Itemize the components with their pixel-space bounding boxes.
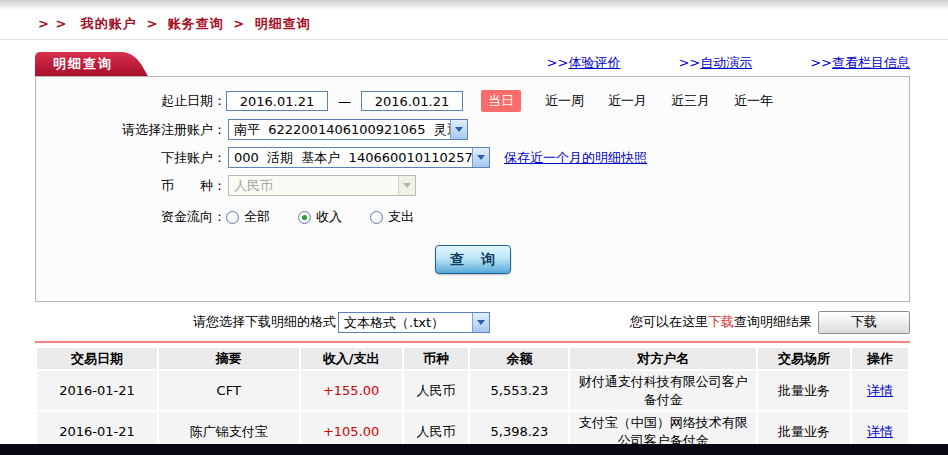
- currency-value: 人民币: [229, 176, 398, 195]
- chevron-down-icon: [398, 176, 415, 195]
- table-header-row: 交易日期 摘要 收入/支出 币种 余额 对方户名 交易场所 操作: [37, 348, 908, 369]
- download-format-group: 请您选择下载明细的格式 文本格式（.txt）: [193, 312, 490, 333]
- fund-flow-option-income-label: 收入: [316, 208, 342, 226]
- top-gradient-bar: [0, 0, 948, 10]
- radio-icon: [226, 211, 239, 224]
- currency-select-disabled: 人民币: [228, 175, 416, 196]
- query-button-row: 查 询: [36, 245, 909, 274]
- chevron-down-icon: [450, 120, 467, 139]
- link-experience-rating[interactable]: >>体验评价: [547, 54, 621, 72]
- currency-row: 币 种： 人民币: [36, 175, 909, 196]
- cell-trade-place: 批量业务: [758, 371, 850, 410]
- fund-flow-option-expense[interactable]: 支出: [370, 208, 414, 226]
- download-format-select[interactable]: 文本格式（.txt）: [338, 312, 490, 333]
- cell-trade-date: 2016-01-21: [37, 371, 157, 410]
- fund-flow-option-all[interactable]: 全部: [226, 208, 270, 226]
- main-content: 明细查询 >>体验评价 >>自动演示 >>查看栏目信息 起止日期： — 当日 近…: [35, 52, 910, 453]
- register-account-value: 南平 6222001406100921065 灵通卡: [229, 120, 450, 139]
- sub-account-value: 000 活期 基本户 1406600101102571848: [229, 148, 472, 167]
- top-links: >>体验评价 >>自动演示 >>查看栏目信息: [547, 54, 910, 76]
- tab-detail-query[interactable]: 明细查询: [35, 52, 123, 76]
- breadcrumb-item-detail-query[interactable]: 明细查询: [255, 16, 311, 31]
- header-summary: 摘要: [159, 348, 299, 369]
- breadcrumb-item-account-query[interactable]: 账务查询: [168, 16, 224, 31]
- save-snapshot-link[interactable]: 保存近一个月的明细快照: [504, 149, 647, 167]
- sub-account-select[interactable]: 000 活期 基本户 1406600101102571848: [228, 147, 490, 168]
- header-action: 操作: [852, 348, 908, 369]
- download-row: 请您选择下载明细的格式 文本格式（.txt） 您可以在这里下载查询明细结果 下载: [35, 310, 910, 334]
- download-format-value: 文本格式（.txt）: [339, 313, 472, 332]
- quick-range-week[interactable]: 近一周: [545, 92, 584, 110]
- cell-amount: +155.00: [301, 371, 402, 410]
- header-income-expense: 收入/支出: [301, 348, 402, 369]
- sub-account-label: 下挂账户：: [36, 149, 226, 167]
- fund-flow-option-all-label: 全部: [244, 208, 270, 226]
- download-hint-group: 您可以在这里下载查询明细结果 下载: [630, 311, 910, 334]
- date-to-input[interactable]: [361, 91, 463, 111]
- link-auto-demo[interactable]: >>自动演示: [678, 54, 752, 72]
- register-account-label: 请选择注册账户：: [36, 121, 226, 139]
- date-range-row: 起止日期： — 当日 近一周 近一月 近三月 近一年: [36, 90, 909, 112]
- download-format-label: 请您选择下载明细的格式: [193, 313, 336, 331]
- bottom-dark-bar: [0, 444, 948, 455]
- cell-balance: 5,553.23: [470, 371, 568, 410]
- breadcrumb: > > 我的账户 > 账务查询 > 明细查询: [0, 10, 948, 40]
- fund-flow-label: 资金流向：: [36, 208, 226, 226]
- header-trade-date: 交易日期: [37, 348, 157, 369]
- header-balance: 余额: [470, 348, 568, 369]
- chevron-down-icon: [472, 148, 489, 167]
- header-trade-place: 交易场所: [758, 348, 850, 369]
- breadcrumb-separator: >: [229, 16, 249, 31]
- radio-checked-icon: [298, 211, 311, 224]
- sub-account-row: 下挂账户： 000 活期 基本户 1406600101102571848 保存近…: [36, 147, 909, 168]
- quick-range-today-button[interactable]: 当日: [481, 90, 521, 112]
- table-row: 2016-01-21 CFT +155.00 人民币 5,553.23 财付通支…: [37, 371, 908, 410]
- date-from-input[interactable]: [226, 91, 328, 111]
- register-account-row: 请选择注册账户： 南平 6222001406100921065 灵通卡: [36, 119, 909, 140]
- chevron-down-icon: [472, 313, 489, 332]
- header-counterparty: 对方户名: [570, 348, 756, 369]
- query-form: 起止日期： — 当日 近一周 近一月 近三月 近一年 请选择注册账户： 南平 6…: [35, 76, 910, 302]
- tab-row: 明细查询 >>体验评价 >>自动演示 >>查看栏目信息: [35, 52, 910, 76]
- query-button[interactable]: 查 询: [435, 245, 511, 274]
- download-hint-red-word: 下载: [708, 314, 734, 329]
- detail-link[interactable]: 详情: [867, 383, 893, 398]
- fund-flow-option-expense-label: 支出: [388, 208, 414, 226]
- download-button[interactable]: 下载: [818, 311, 910, 334]
- quick-range-year[interactable]: 近一年: [734, 92, 773, 110]
- currency-label: 币 种：: [36, 177, 226, 195]
- quick-range-quarter[interactable]: 近三月: [671, 92, 710, 110]
- header-currency: 币种: [404, 348, 469, 369]
- breadcrumb-item-my-account[interactable]: 我的账户: [81, 16, 137, 31]
- cell-summary: CFT: [159, 371, 299, 410]
- red-separator-line: [35, 341, 910, 343]
- date-range-label: 起止日期：: [36, 92, 226, 110]
- register-account-select[interactable]: 南平 6222001406100921065 灵通卡: [228, 119, 468, 140]
- cell-currency: 人民币: [404, 371, 469, 410]
- fund-flow-option-income[interactable]: 收入: [298, 208, 342, 226]
- cell-counterparty: 财付通支付科技有限公司客户备付金: [570, 371, 756, 410]
- breadcrumb-separator: >: [142, 16, 162, 31]
- download-hint: 您可以在这里下载查询明细结果: [630, 313, 812, 331]
- detail-link[interactable]: 详情: [867, 424, 893, 439]
- quick-range-month[interactable]: 近一月: [608, 92, 647, 110]
- page: > > 我的账户 > 账务查询 > 明细查询 明细查询 >>体验评价 >>自动演…: [0, 0, 948, 455]
- radio-icon: [370, 211, 383, 224]
- date-dash: —: [338, 94, 351, 109]
- fund-flow-row: 资金流向： 全部 收入 支出: [36, 208, 909, 226]
- breadcrumb-prefix: > >: [38, 16, 67, 31]
- link-view-column-info[interactable]: >>查看栏目信息: [810, 54, 910, 72]
- results-table: 交易日期 摘要 收入/支出 币种 余额 对方户名 交易场所 操作 2016-01…: [35, 346, 910, 453]
